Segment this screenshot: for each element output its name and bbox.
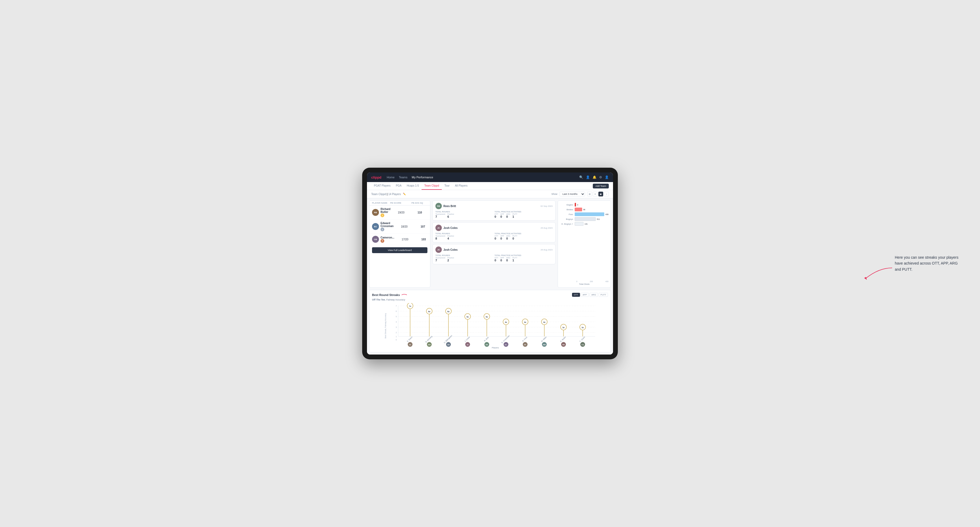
svg-text:5: 5 — [396, 316, 397, 317]
card-header-3: JC Josh Coles 26 Aug 2023 — [435, 246, 552, 253]
period-select[interactable]: Last 3 months Last 6 months Last 12 mont… — [560, 192, 585, 197]
subtab-tour[interactable]: Tour — [442, 182, 452, 190]
streak-tab-arg[interactable]: ARG — [590, 293, 598, 297]
bell-icon[interactable]: 🔔 — [593, 175, 597, 179]
practice-stat-1: Practice 6 — [447, 213, 454, 218]
chart-view-icon[interactable]: ▣ — [598, 192, 603, 197]
putt-stat-1: PUTT 1 — [512, 213, 517, 218]
player-row-3[interactable]: CB Cameron... 3 17/20 103 — [369, 234, 430, 245]
ott-val-2: 0 — [495, 237, 498, 240]
nav-my-performance[interactable]: My Performance — [412, 175, 433, 179]
card-avatar-1: RB — [435, 203, 442, 209]
avatar-cb: CB — [372, 236, 379, 243]
chart-xlabel: Total Shots — [560, 283, 609, 285]
stat-row-1: Tournament 7 Practice 6 — [435, 213, 493, 218]
chart-xaxis: 0 200 400 — [560, 281, 609, 283]
streak-subtitle: Off The Tee, Fairway Accuracy — [372, 298, 608, 301]
y-axis-label: Best Streak, Fairway Accuracy — [385, 313, 387, 338]
bar-value-pars: 499 — [605, 213, 609, 215]
svg-text:JC: JC — [466, 344, 469, 346]
subtab-pgat[interactable]: PGAT Players — [371, 182, 393, 190]
activities-row-3: OTT 0 APP 0 ARG 0 — [495, 257, 552, 262]
edit-icon[interactable]: ✏️ — [403, 193, 406, 195]
svg-text:0: 0 — [396, 339, 397, 341]
content-grid: PLAYER NAME PB SCORE PB AVG SQ RB Richar… — [367, 198, 613, 290]
player-name-3: Cameron... — [380, 236, 395, 239]
stat-rounds-2: Total Rounds Tournament 8 Practice 4 — [435, 233, 493, 240]
ott-val-1: 0 — [495, 215, 498, 218]
svg-text:MM: MM — [543, 344, 546, 346]
streaks-title: Best Round Streaks — [372, 293, 400, 297]
player-rank-3: 3 — [380, 239, 395, 243]
svg-text:4x: 4x — [543, 321, 546, 323]
practice-val-1: 6 — [447, 215, 454, 218]
x-label-400: 400 — [605, 281, 609, 283]
stat-activities-1: Total Practice Activities OTT 0 APP 0 — [495, 211, 552, 218]
add-team-button[interactable]: Add Team — [593, 184, 609, 189]
svg-text:3: 3 — [396, 326, 397, 328]
lb-col-score: PB SCORE — [390, 202, 412, 204]
player-info-2: EC Edward Crossman 2 — [372, 222, 394, 231]
player-card-2: JC Josh Coles 26 Aug 2023 Total Rounds T… — [433, 222, 555, 243]
svg-marker-77 — [864, 277, 867, 280]
nav-home[interactable]: Home — [387, 175, 395, 179]
svg-text:DB: DB — [447, 344, 450, 346]
streak-tab-ott[interactable]: OTT — [572, 293, 580, 297]
bar-container-bogeys: 311 — [575, 217, 609, 221]
subtab-all-players[interactable]: All Players — [452, 182, 470, 190]
player-row-1[interactable]: RB Richard Butler 1 19/20 110 — [369, 205, 430, 220]
pb-avg-3: 103 — [416, 238, 430, 241]
subtab-hcaps[interactable]: Hcaps 1-5 — [404, 182, 422, 190]
subtab-pga[interactable]: PGA — [393, 182, 404, 190]
lb-col-avg: PB AVG SQ — [412, 202, 428, 204]
bar-row-eagles: Eagles 3 — [560, 203, 609, 206]
svg-text:EC: EC — [505, 344, 508, 346]
leaderboard-panel: PLAYER NAME PB SCORE PB AVG SQ RB Richar… — [369, 200, 430, 288]
card-header-1: RB Rees Britt 02 Sep 2023 — [435, 203, 552, 209]
pb-score-1: 19/20 — [390, 211, 412, 214]
app-stat-1: APP 0 — [500, 213, 504, 218]
svg-text:DF: DF — [524, 344, 526, 346]
app-logo: clippd — [371, 175, 381, 179]
svg-text:6x: 6x — [428, 311, 430, 313]
streak-tab-putt[interactable]: PUTT — [599, 293, 608, 297]
stat-rounds-1: Total Rounds Tournament 7 Practice 6 — [435, 211, 493, 218]
pb-score-2: 18/20 — [394, 225, 415, 228]
navbar: clippd Home Teams My Performance 🔍 👤 🔔 ⚙… — [367, 173, 613, 182]
rank-badge-2: 2 — [380, 227, 384, 231]
svg-text:6: 6 — [396, 310, 397, 312]
svg-text:E. Ewert: E. Ewert — [406, 336, 413, 342]
list-view-icon[interactable]: ≡ — [593, 192, 598, 197]
svg-text:R. Butler: R. Butler — [560, 336, 566, 343]
avatar-icon[interactable]: 👤 — [605, 175, 609, 179]
svg-text:4x: 4x — [505, 321, 507, 323]
grid-view-icon[interactable]: ⊞ — [587, 192, 592, 197]
settings-icon[interactable]: ⚙ — [599, 175, 602, 179]
activities-label-1: Total Practice Activities — [495, 211, 552, 213]
card-avatar-3: JC — [435, 246, 442, 253]
streak-tab-app[interactable]: APP — [581, 293, 589, 297]
streak-chart-container: Best Streak, Fairway Accuracy 7 6 5 — [372, 303, 608, 349]
search-icon[interactable]: 🔍 — [579, 175, 583, 179]
app-val-2: 0 — [500, 237, 504, 240]
view-full-leaderboard-button[interactable]: View Full Leaderboard — [372, 247, 428, 253]
stat-row-3: Tournament 7 Practice 2 — [435, 257, 493, 262]
subtab-team-clippd[interactable]: Team Clippd — [422, 182, 442, 190]
rounds-label-1: Total Rounds — [435, 211, 493, 213]
bar-birdies — [575, 208, 582, 211]
annotation-text: Here you can see streaks your players ha… — [895, 254, 959, 272]
svg-text:BM: BM — [428, 344, 430, 346]
show-controls: Show Last 3 months Last 6 months Last 12… — [551, 192, 609, 197]
activities-label-2: Total Practice Activities — [495, 233, 552, 235]
bar-label-dbogeys: D. Bogeys + — [560, 223, 575, 225]
svg-text:7x: 7x — [409, 305, 411, 307]
card-stats-3: Total Rounds Tournament 7 Practice 2 — [435, 254, 552, 262]
table-view-icon[interactable]: ↕ — [604, 192, 609, 197]
user-icon[interactable]: 👤 — [586, 175, 590, 179]
svg-text:2: 2 — [396, 332, 397, 333]
player-row-2[interactable]: EC Edward Crossman 2 18/20 107 — [369, 220, 430, 234]
practice-label-1: Practice — [447, 213, 454, 215]
tablet-device: clippd Home Teams My Performance 🔍 👤 🔔 ⚙… — [362, 168, 618, 359]
nav-teams[interactable]: Teams — [399, 175, 407, 179]
bar-dbogeys — [575, 222, 584, 226]
